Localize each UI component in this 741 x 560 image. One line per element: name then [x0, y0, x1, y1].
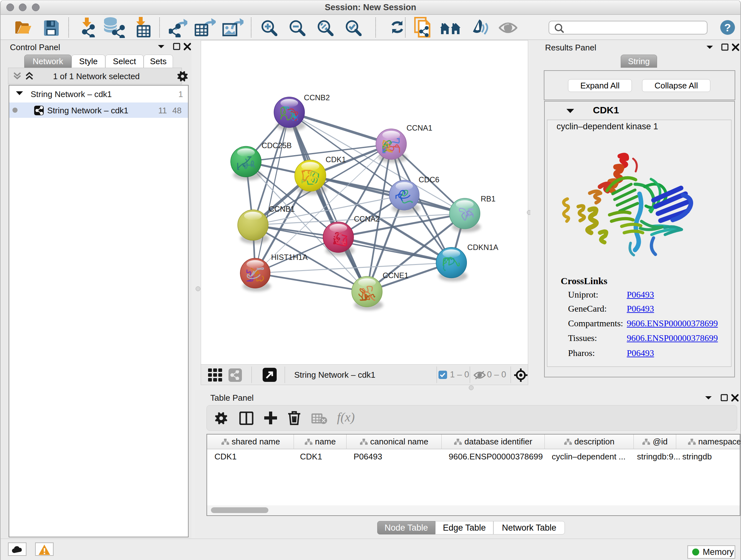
svg-text:CCNA2: CCNA2 — [354, 214, 380, 223]
svg-text:CCNB1: CCNB1 — [269, 205, 295, 213]
svg-text:CDK1: CDK1 — [326, 155, 346, 164]
svg-text:CDC6: CDC6 — [419, 175, 440, 184]
svg-text:RB1: RB1 — [481, 194, 495, 203]
svg-text:CCNB2: CCNB2 — [304, 93, 330, 102]
svg-text:CCNA1: CCNA1 — [407, 124, 432, 132]
svg-text:CDKN1A: CDKN1A — [467, 243, 498, 252]
svg-text:HIST1H1A: HIST1H1A — [271, 253, 308, 261]
svg-text:CDC25B: CDC25B — [262, 141, 292, 150]
svg-text:CCNE1: CCNE1 — [383, 271, 408, 280]
